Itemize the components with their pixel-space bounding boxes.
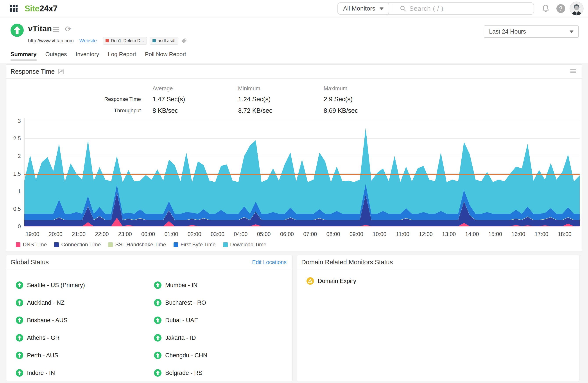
stats-col-average: Average xyxy=(144,84,229,93)
monitor-menu-icon[interactable] xyxy=(53,27,59,33)
y-tick-label: 3 xyxy=(18,118,21,124)
time-range-dropdown[interactable]: Last 24 Hours xyxy=(484,25,579,38)
chevron-down-icon xyxy=(379,7,383,10)
location-name: Mumbai - IN xyxy=(165,282,197,289)
stats-value: 1.47 Sec(s) xyxy=(144,94,229,104)
x-tick-label: 15:00 xyxy=(488,231,502,237)
tag-chip-asdf-asdf[interactable]: asdf:asdf xyxy=(150,37,178,44)
x-tick-label: 04:00 xyxy=(234,231,248,237)
location-item-auckland-nz: Auckland - NZ xyxy=(16,294,154,311)
status-up-icon xyxy=(16,334,23,342)
tab-inventory[interactable]: Inventory xyxy=(76,51,99,61)
tag-color-swatch xyxy=(105,39,109,42)
refresh-icon[interactable]: ⟳ xyxy=(65,24,72,34)
legend-item-first-byte-time[interactable]: First Byte Time xyxy=(173,242,216,248)
x-tick-label: 07:00 xyxy=(303,231,317,237)
location-item-indore-in: Indore - IN xyxy=(16,364,154,382)
location-name: Chengdu - CHN xyxy=(165,352,207,359)
legend-item-connection-time[interactable]: Connection Time xyxy=(54,242,101,248)
response-chart[interactable]: 00.511.522.5319:0020:0021:0022:0023:0000… xyxy=(6,114,582,237)
tab-summary[interactable]: Summary xyxy=(11,51,37,61)
status-up-icon xyxy=(16,317,23,324)
legend-item-dns-time[interactable]: DNS Time xyxy=(16,242,47,248)
x-tick-label: 21:00 xyxy=(72,231,86,237)
tag-chip-don-t-delete-d[interactable]: Don't_Delete:D... xyxy=(103,37,147,44)
x-tick-label: 06:00 xyxy=(280,231,294,237)
legend-label: Download Time xyxy=(230,242,266,248)
tag-color-swatch xyxy=(152,39,156,42)
tag-label: Don't_Delete:D... xyxy=(111,38,144,43)
y-tick-label: 1 xyxy=(18,188,21,194)
status-up-icon xyxy=(154,334,162,342)
status-up-icon xyxy=(16,299,23,306)
legend-item-ssl-handshake-time[interactable]: SSL Handshake Time xyxy=(108,242,166,248)
legend-swatch xyxy=(108,242,113,247)
location-item-athens-gr: Athens - GR xyxy=(16,329,154,347)
y-tick-label: 1.5 xyxy=(13,171,21,177)
location-item-belgrade-rs: Belgrade - RS xyxy=(154,364,292,382)
status-warning-icon xyxy=(307,277,314,285)
status-up-icon xyxy=(154,369,162,377)
tag-icon[interactable] xyxy=(181,38,187,44)
tab-outages[interactable]: Outages xyxy=(45,51,67,61)
edit-locations-link[interactable]: Edit Locations xyxy=(252,259,287,265)
stats-value: 1.24 Sec(s) xyxy=(229,94,315,104)
help-icon[interactable]: ? xyxy=(556,4,565,13)
logo-site: Site xyxy=(24,4,40,13)
x-tick-label: 14:00 xyxy=(465,231,479,237)
tab-poll-now-report[interactable]: Poll Now Report xyxy=(145,51,186,61)
tag-list: Don't_Delete:D...asdf:asdf xyxy=(103,37,178,44)
avatar-image xyxy=(569,1,584,16)
chart-edit-icon[interactable] xyxy=(58,69,64,75)
x-tick-label: 05:00 xyxy=(257,231,271,237)
x-tick-label: 20:00 xyxy=(49,231,63,237)
response-time-panel: Response Time AverageMinimumMaximumRespo… xyxy=(6,64,582,251)
domain-monitor-list: Domain Expiry xyxy=(307,277,356,285)
x-tick-label: 01:00 xyxy=(164,231,178,237)
notifications-bell-icon[interactable] xyxy=(541,4,550,13)
legend-label: DNS Time xyxy=(23,242,47,248)
panel-menu-icon[interactable] xyxy=(570,69,576,74)
x-tick-label: 10:00 xyxy=(373,231,387,237)
status-up-icon xyxy=(16,369,23,377)
global-status-title: Global Status xyxy=(11,259,49,266)
x-tick-label: 12:00 xyxy=(419,231,433,237)
stats-row-label: Response Time xyxy=(6,94,144,104)
status-up-icon xyxy=(154,317,162,324)
location-name: Brisbane - AUS xyxy=(27,317,68,324)
legend-label: SSL Handshake Time xyxy=(115,242,166,248)
location-item-perth-aus: Perth - AUS xyxy=(16,347,154,364)
x-tick-label: 09:00 xyxy=(350,231,363,237)
top-bar: Site24x7 All Monitors Search ( / ) ? xyxy=(0,0,588,17)
tab-bar: SummaryOutagesInventoryLog ReportPoll No… xyxy=(11,51,186,61)
domain-monitor-name: Domain Expiry xyxy=(318,278,356,284)
x-tick-label: 00:00 xyxy=(141,231,155,237)
search-placeholder: Search ( / ) xyxy=(409,5,443,12)
tab-log-report[interactable]: Log Report xyxy=(108,51,136,61)
legend-swatch xyxy=(223,242,228,247)
user-avatar[interactable] xyxy=(569,1,584,16)
monitor-scope-label: All Monitors xyxy=(343,5,379,12)
monitor-header: vTitan ⟳ http://www.vtitan.com Website D… xyxy=(0,18,588,63)
location-name: Auckland - NZ xyxy=(27,300,64,306)
legend-label: First Byte Time xyxy=(181,242,216,248)
stats-col-minimum: Minimum xyxy=(229,84,315,93)
location-name: Seattle - US (Primary) xyxy=(27,282,85,289)
status-up-icon xyxy=(16,352,23,359)
monitor-type-link[interactable]: Website xyxy=(79,38,97,44)
x-tick-label: 13:00 xyxy=(442,231,456,237)
search-input[interactable]: Search ( / ) xyxy=(397,3,534,14)
monitor-scope-dropdown[interactable]: All Monitors xyxy=(337,2,389,15)
status-up-icon xyxy=(154,299,162,306)
legend-item-download-time[interactable]: Download Time xyxy=(223,242,266,248)
x-tick-label: 22:00 xyxy=(95,231,109,237)
status-up-icon xyxy=(154,352,162,359)
legend-swatch xyxy=(173,242,178,247)
location-item-bucharest-ro: Bucharest - RO xyxy=(154,294,292,311)
app-grid-icon[interactable] xyxy=(10,5,18,12)
global-status-header: Global Status Edit Locations xyxy=(6,255,292,269)
location-item-jakarta-id: Jakarta - ID xyxy=(154,329,292,347)
site24x7-logo[interactable]: Site24x7 xyxy=(24,4,58,13)
x-tick-label: 03:00 xyxy=(211,231,224,237)
domain-monitor-domain-expiry[interactable]: Domain Expiry xyxy=(307,277,356,285)
